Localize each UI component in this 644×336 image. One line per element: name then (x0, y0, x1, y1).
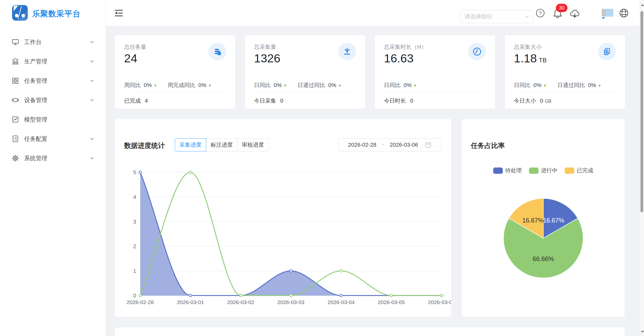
stat-footer: 今日时长 0 (384, 97, 413, 105)
stat-value: 1.18 (514, 51, 537, 65)
stat-label: 总任务量 (124, 43, 146, 51)
stat-label: 总采集时长（H） (384, 43, 427, 51)
sidebar-item-devices[interactable]: 设备管理 (0, 90, 106, 110)
stat-label: 总采集量 (254, 43, 276, 51)
footer-value: 0 (410, 98, 413, 104)
sidebar-item-models[interactable]: 模型管理 (0, 110, 106, 129)
tab-review-progress[interactable]: 审核进度 (237, 138, 269, 151)
collect-download-icon (342, 47, 352, 56)
chevron-down-icon (90, 99, 94, 101)
ratio-label: 日同比 (384, 81, 401, 89)
user-avatar[interactable] (602, 9, 613, 17)
org-select-placeholder: 请选择组织 (464, 13, 525, 20)
avatar-artifact (602, 17, 604, 19)
svg-text:?: ? (539, 11, 542, 16)
divider (254, 93, 356, 93)
footer-unit: GB (545, 99, 551, 104)
ratio-label: 日通过同比 (298, 81, 325, 89)
scrollbar-down-arrow[interactable] (641, 331, 644, 333)
ratio-value: 0% (404, 82, 412, 89)
stat-icon-circle (338, 43, 356, 60)
help-icon[interactable]: ? (536, 9, 545, 18)
tasks-icon (12, 77, 19, 85)
tab-collect-progress[interactable]: 采集进度 (175, 138, 206, 151)
scrollbar-up-arrow[interactable] (641, 4, 644, 6)
ratio-value: 0% (274, 82, 282, 89)
scrollbar-thumb[interactable] (640, 11, 643, 212)
stat-card-total-collection: 总采集量 1326 日同比 0% ▼ 日通过同比 0% ▼ (245, 35, 365, 109)
sidebar-item-system[interactable]: 系统管理 (0, 148, 106, 168)
ratio-label: 日通过同比 (557, 81, 585, 89)
dashboard-page: 乐聚数采平台 工作台 生产管理 任务管理 (0, 0, 644, 336)
stat-label: 总采集大小 (514, 43, 542, 51)
copy-icon (602, 47, 612, 56)
stat-footer: 已完成 4 (124, 97, 148, 105)
production-icon (12, 58, 19, 65)
logo-block[interactable]: 乐聚数采平台 (0, 0, 106, 26)
sidebar-item-label: 任务配置 (24, 135, 47, 143)
stat-icon-circle (208, 43, 226, 60)
svg-text:2026-02-28: 2026-02-28 (127, 299, 154, 305)
footer-label: 今日采集 (254, 97, 276, 105)
task-pie-chart[interactable]: 16.67%66.66%16.67% (483, 178, 604, 299)
stat-footer: 今日大小 0 GB (514, 97, 551, 105)
cloud-download-icon[interactable] (569, 9, 580, 18)
svg-text:2026-03-03: 2026-03-03 (277, 299, 304, 305)
legend-label: 待处理 (505, 167, 522, 174)
svg-text:2026-03-05: 2026-03-05 (378, 299, 405, 305)
legend-item-completed[interactable]: 已完成 (565, 167, 593, 174)
stat-ratios: 周同比 0% ▼ 周完成同比 0% ▼ (124, 81, 211, 89)
sidebar-item-label: 生产管理 (24, 57, 47, 65)
sidebar-item-tasks[interactable]: 任务管理 (0, 71, 106, 90)
caret-down-icon: ▼ (598, 83, 601, 88)
legend-item-inprogress[interactable]: 进行中 (529, 167, 558, 174)
caret-down-icon: ▼ (338, 83, 341, 88)
calendar-icon (425, 142, 432, 148)
stat-value: 24 (124, 51, 137, 65)
sidebar-item-production[interactable]: 生产管理 (0, 52, 106, 71)
chevron-down-icon (90, 157, 94, 159)
sidebar-collapse-button[interactable] (114, 8, 124, 18)
legend-swatch (493, 167, 503, 174)
progress-tab-group: 采集进度 标注进度 审核进度 (175, 138, 269, 151)
date-separator: ~ (381, 142, 385, 148)
task-list-icon (212, 47, 222, 56)
stat-icon-circle (468, 43, 486, 60)
svg-text:1: 1 (133, 268, 136, 274)
org-select[interactable]: 请选择组织 (460, 10, 533, 23)
legend-swatch (565, 167, 574, 174)
svg-text:3: 3 (133, 219, 136, 225)
divider (124, 93, 226, 93)
progress-line-chart[interactable]: 0123452026-02-282026-03-012026-03-022026… (118, 163, 451, 307)
ratio-value: 0% (588, 82, 596, 89)
svg-text:2026-03-02: 2026-03-02 (227, 299, 254, 305)
chevron-down-icon (90, 41, 94, 43)
stat-footer: 今日采集 0 (254, 97, 283, 105)
app-logo-icon (12, 5, 28, 21)
language-globe-icon[interactable] (619, 8, 629, 18)
sidebar-item-workbench[interactable]: 工作台 (0, 32, 106, 52)
notification-badge: 30 (556, 4, 567, 12)
stat-value: 16.63 (384, 51, 414, 65)
stat-icon-circle (598, 43, 616, 60)
footer-value: 4 (145, 98, 148, 104)
pie-legend: 待处理 进行中 已完成 (462, 167, 625, 174)
sidebar-item-task-config[interactable]: 任务配置 (0, 129, 106, 148)
ratio-value: 0% (198, 82, 206, 89)
chevron-down-icon (90, 60, 94, 63)
ratio-value: 0% (328, 82, 336, 89)
progress-section-title: 数据进度统计 (124, 141, 165, 150)
chevron-down-icon (90, 79, 94, 82)
stat-ratios: 日同比 0% ▼ 日通过同比 0% ▼ (514, 81, 601, 89)
tab-annotation-progress[interactable]: 标注进度 (206, 138, 237, 151)
system-icon (12, 154, 19, 162)
legend-swatch (529, 167, 539, 174)
footer-label: 已完成 (124, 97, 141, 105)
next-section-card (115, 327, 625, 336)
ratio-label: 周完成同比 (168, 81, 195, 89)
legend-item-pending[interactable]: 待处理 (493, 167, 522, 174)
stat-ratios: 日同比 0% ▼ 日通过同比 0% ▼ (254, 81, 341, 89)
sidebar-item-label: 模型管理 (24, 115, 47, 123)
svg-text:2: 2 (133, 243, 136, 249)
date-range-picker[interactable]: 2026-02-28 ~ 2026-03-06 (338, 138, 442, 151)
